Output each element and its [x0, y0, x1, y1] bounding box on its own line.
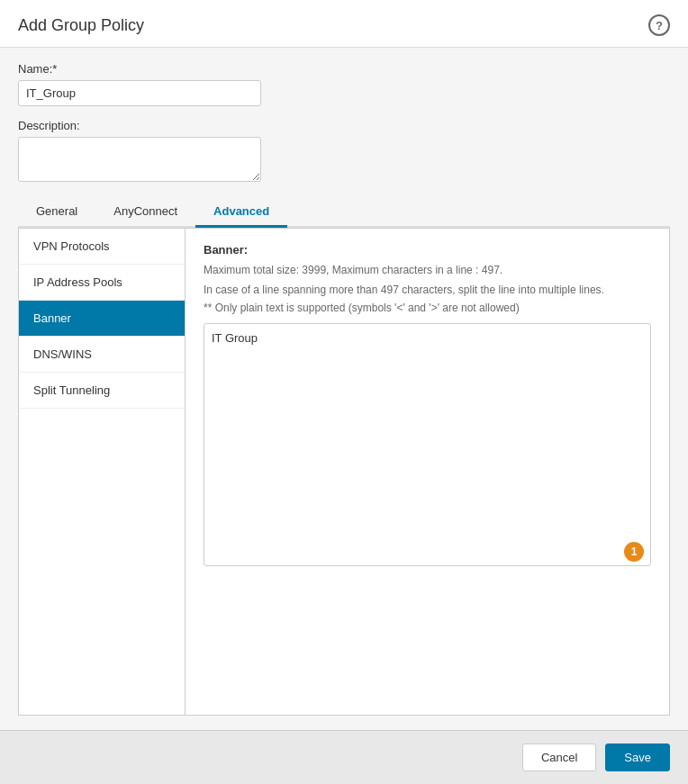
content-area: VPN Protocols IP Address Pools Banner DN… — [18, 228, 670, 716]
sidebar-item-banner[interactable]: Banner — [19, 301, 185, 337]
help-icon[interactable]: ? — [648, 14, 670, 36]
name-field-group: Name:* — [18, 62, 670, 106]
section-note: ** Only plain text is supported (symbols… — [204, 302, 651, 314]
sidebar-item-dns-wins[interactable]: DNS/WINS — [19, 337, 185, 373]
tab-advanced[interactable]: Advanced — [195, 197, 287, 228]
description-input[interactable] — [18, 137, 261, 182]
main-content: Banner: Maximum total size: 3999, Maximu… — [186, 229, 669, 715]
banner-textarea-wrapper: 1 — [204, 323, 651, 569]
dialog-title: Add Group Policy — [18, 16, 144, 35]
tabs-and-content: General AnyConnect Advanced VPN Protocol… — [18, 197, 670, 716]
sidebar-item-vpn-protocols[interactable]: VPN Protocols — [19, 229, 185, 265]
desc-line2: In case of a line spanning more than 497… — [204, 282, 651, 298]
badge: 1 — [624, 542, 644, 562]
dialog-footer: Cancel Save — [0, 730, 688, 784]
tab-anyconnect[interactable]: AnyConnect — [95, 197, 195, 228]
save-button[interactable]: Save — [605, 743, 670, 771]
desc-line1: Maximum total size: 3999, Maximum charac… — [204, 262, 651, 278]
cancel-button[interactable]: Cancel — [522, 743, 596, 771]
tab-general[interactable]: General — [18, 197, 95, 228]
section-title: Banner: — [204, 243, 651, 257]
tabs-container: General AnyConnect Advanced — [18, 197, 670, 228]
banner-input[interactable] — [204, 323, 651, 566]
description-label: Description: — [18, 119, 670, 132]
sidebar-item-split-tunneling[interactable]: Split Tunneling — [19, 373, 185, 409]
description-field-group: Description: — [18, 119, 670, 185]
dialog-header: Add Group Policy ? — [0, 0, 688, 48]
dialog-body: Name:* Description: General AnyConnect A… — [0, 48, 688, 730]
add-group-policy-dialog: Add Group Policy ? Name:* Description: G… — [0, 0, 688, 784]
sidebar-item-ip-address-pools[interactable]: IP Address Pools — [19, 265, 185, 301]
sidebar: VPN Protocols IP Address Pools Banner DN… — [19, 229, 186, 715]
name-input[interactable] — [18, 80, 261, 106]
name-label: Name:* — [18, 62, 670, 76]
